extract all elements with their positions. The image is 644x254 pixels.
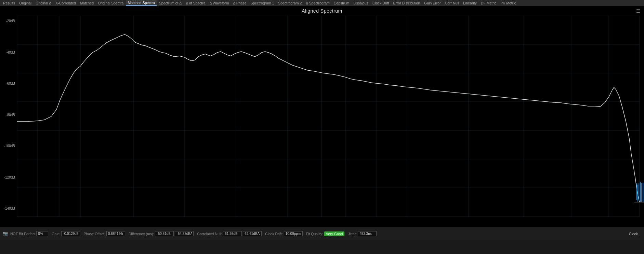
correlated-null-input1[interactable] bbox=[223, 231, 242, 236]
correlated-null-item: Correlated Null: bbox=[197, 231, 262, 236]
tab-delta-spectrogram[interactable]: Δ Spectrogram bbox=[304, 1, 331, 5]
tab-lissajous[interactable]: Lissajous bbox=[352, 1, 370, 5]
tab-delta-phase[interactable]: Δ Phase bbox=[231, 1, 248, 5]
difference-item: Difference (ms): bbox=[129, 231, 194, 236]
chart-container: Aligned Spectrum ☰ -20dB -40dB -60dB -80… bbox=[0, 6, 644, 240]
tab-cepstrum[interactable]: Cepstrum bbox=[332, 1, 351, 5]
svg-rect-0 bbox=[17, 16, 640, 217]
difference-input1[interactable] bbox=[155, 231, 174, 236]
jitter-input[interactable] bbox=[358, 231, 377, 236]
status-bar: 📷 NOT Bit Perfect Gain: Phase Offset: Di… bbox=[0, 227, 644, 240]
difference-label: Difference (ms): bbox=[129, 232, 154, 236]
tab-corr-null[interactable]: Corr Null bbox=[443, 1, 461, 5]
fit-quality-value: Very Good bbox=[324, 231, 345, 236]
correlated-null-label: Correlated Null: bbox=[197, 232, 222, 236]
tab-original-spectra[interactable]: Original Spectra bbox=[96, 1, 125, 5]
tab-df-metric[interactable]: DF Metric bbox=[479, 1, 498, 5]
correlated-null-input2[interactable] bbox=[243, 231, 262, 236]
not-bit-perfect-item: NOT Bit Perfect bbox=[10, 231, 48, 236]
clock-label-item: Clock bbox=[629, 232, 638, 236]
tab-linearity[interactable]: Linearity bbox=[461, 1, 478, 5]
tab-original-delta[interactable]: Original Δ bbox=[34, 1, 53, 5]
tab-matched[interactable]: Matched bbox=[78, 1, 95, 5]
gain-label: Gain: bbox=[52, 232, 60, 236]
fit-quality-label: Fit Quality: bbox=[306, 232, 323, 236]
tab-results[interactable]: Results bbox=[1, 1, 17, 5]
bit-perfect-input[interactable] bbox=[36, 231, 48, 236]
difference-input2[interactable] bbox=[175, 231, 194, 236]
phase-offset-label: Phase Offset: bbox=[83, 232, 105, 236]
jitter-item: Jitter: bbox=[348, 231, 377, 236]
clock-drift-item: Clock Drift: bbox=[265, 231, 302, 236]
clock-drift-label: Clock Drift: bbox=[265, 232, 282, 236]
tab-spectrogram1[interactable]: Spectrogram 1 bbox=[249, 1, 276, 5]
tab-delta-waveform[interactable]: Δ Waveform bbox=[208, 1, 231, 5]
tab-original[interactable]: Original bbox=[17, 1, 33, 5]
tab-matched-spectra[interactable]: Matched Spectra bbox=[126, 0, 156, 6]
tab-gain-error[interactable]: Gain Error bbox=[422, 1, 442, 5]
tab-x-correlated[interactable]: X-Correlated bbox=[54, 1, 78, 5]
phase-offset-input[interactable] bbox=[106, 231, 125, 236]
clock-label: Clock bbox=[629, 232, 638, 236]
tab-pk-metric[interactable]: PK Metric bbox=[499, 1, 518, 5]
top-navigation: Results Original Original Δ X-Correlated… bbox=[0, 0, 644, 6]
camera-icon: 📷 bbox=[3, 231, 8, 236]
settings-icon[interactable]: ☰ bbox=[636, 8, 641, 14]
tab-spectrogram2[interactable]: Spectrogram 2 bbox=[276, 1, 303, 5]
chart-title: Aligned Spectrum bbox=[0, 6, 644, 14]
clock-drift-input[interactable] bbox=[284, 231, 303, 236]
tab-error-distribution[interactable]: Error Distribution bbox=[391, 1, 422, 5]
gain-input[interactable] bbox=[61, 231, 80, 236]
spectrum-chart bbox=[0, 16, 644, 230]
phase-offset-item: Phase Offset: bbox=[83, 231, 125, 236]
jitter-label: Jitter: bbox=[348, 232, 357, 236]
tab-spectrum-of-delta[interactable]: Spectrum of Δ bbox=[157, 1, 184, 5]
fit-quality-item: Fit Quality: Very Good bbox=[306, 231, 345, 236]
gain-item: Gain: bbox=[52, 231, 80, 236]
tab-delta-of-spectra[interactable]: Δ of Spectra bbox=[184, 1, 207, 5]
not-bit-perfect-label: NOT Bit Perfect bbox=[10, 232, 35, 236]
tab-clock-drift[interactable]: Clock Drift bbox=[371, 1, 391, 5]
